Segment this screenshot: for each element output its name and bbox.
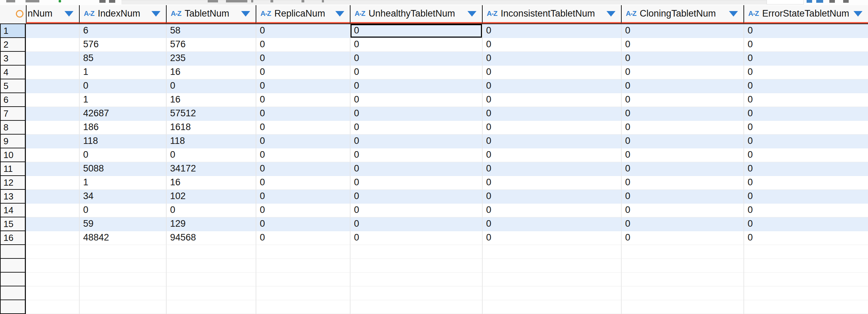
- row-number-cell[interactable]: 10: [0, 148, 26, 162]
- data-cell[interactable]: 0: [743, 52, 868, 66]
- data-cell[interactable]: 0: [482, 93, 621, 107]
- data-cell[interactable]: 0: [166, 204, 256, 217]
- data-cell[interactable]: 0: [350, 162, 482, 176]
- data-cell[interactable]: 0: [743, 38, 868, 52]
- data-cell[interactable]: [256, 273, 350, 286]
- sort-dropdown-arrow-icon[interactable]: [65, 11, 73, 17]
- data-cell[interactable]: [621, 245, 743, 259]
- column-header-ReplicaNum[interactable]: A-ZReplicaNum: [256, 5, 350, 23]
- data-cell[interactable]: 94568: [166, 231, 256, 245]
- data-cell[interactable]: 0: [743, 190, 868, 204]
- data-cell[interactable]: 0: [350, 52, 482, 66]
- data-cell[interactable]: 0: [256, 231, 350, 245]
- row-number-cell[interactable]: 8: [0, 121, 26, 135]
- data-cell[interactable]: 0: [743, 135, 868, 148]
- data-cell[interactable]: 0: [621, 52, 743, 66]
- data-cell[interactable]: 0: [350, 121, 482, 135]
- data-cell[interactable]: [482, 245, 621, 259]
- data-cell[interactable]: 0: [350, 176, 482, 190]
- data-cell[interactable]: [26, 190, 79, 204]
- data-cell[interactable]: 0: [743, 231, 868, 245]
- data-cell[interactable]: [26, 79, 79, 93]
- data-cell[interactable]: [256, 245, 350, 259]
- data-cell[interactable]: 0: [482, 121, 621, 135]
- data-cell[interactable]: [26, 245, 79, 259]
- data-cell[interactable]: 34: [79, 190, 166, 204]
- data-cell[interactable]: [79, 273, 166, 286]
- data-cell[interactable]: 0: [256, 204, 350, 217]
- data-cell[interactable]: 0: [256, 121, 350, 135]
- data-cell[interactable]: 34172: [166, 162, 256, 176]
- data-cell[interactable]: [26, 38, 79, 52]
- data-cell[interactable]: 0: [256, 190, 350, 204]
- row-number-cell[interactable]: [0, 300, 26, 314]
- data-cell[interactable]: 0: [79, 79, 166, 93]
- data-cell[interactable]: [350, 273, 482, 286]
- data-cell[interactable]: [350, 286, 482, 300]
- row-number-cell[interactable]: 6: [0, 93, 26, 107]
- data-cell[interactable]: 0: [482, 162, 621, 176]
- data-cell[interactable]: 118: [166, 135, 256, 148]
- data-cell[interactable]: [482, 273, 621, 286]
- data-cell[interactable]: [79, 259, 166, 273]
- data-cell[interactable]: 16: [166, 66, 256, 79]
- data-cell[interactable]: [166, 245, 256, 259]
- data-cell[interactable]: 0: [256, 217, 350, 231]
- data-cell[interactable]: 1: [79, 66, 166, 79]
- data-cell[interactable]: [79, 245, 166, 259]
- data-cell[interactable]: 0: [350, 38, 482, 52]
- data-cell[interactable]: 0: [743, 162, 868, 176]
- data-cell[interactable]: 0: [621, 93, 743, 107]
- data-cell[interactable]: 0: [621, 79, 743, 93]
- row-number-cell[interactable]: 3: [0, 52, 26, 66]
- data-cell[interactable]: 0: [350, 190, 482, 204]
- data-cell[interactable]: 0: [743, 79, 868, 93]
- row-number-cell[interactable]: [0, 286, 26, 300]
- data-cell[interactable]: 0: [482, 135, 621, 148]
- data-cell[interactable]: 0: [743, 204, 868, 217]
- data-cell[interactable]: 6: [79, 24, 166, 38]
- data-cell[interactable]: 0: [256, 52, 350, 66]
- data-cell[interactable]: 0: [350, 93, 482, 107]
- data-cell[interactable]: 0: [482, 231, 621, 245]
- data-cell[interactable]: [79, 286, 166, 300]
- data-cell[interactable]: [256, 286, 350, 300]
- row-number-cell[interactable]: 15: [0, 217, 26, 231]
- data-cell[interactable]: [26, 148, 79, 162]
- data-cell[interactable]: 0: [621, 38, 743, 52]
- data-cell[interactable]: 0: [350, 148, 482, 162]
- data-cell[interactable]: 0: [621, 135, 743, 148]
- data-cell[interactable]: [482, 286, 621, 300]
- sort-dropdown-arrow-icon[interactable]: [335, 11, 344, 17]
- data-cell[interactable]: 59: [79, 217, 166, 231]
- sort-dropdown-arrow-icon[interactable]: [241, 11, 250, 17]
- data-cell[interactable]: [26, 66, 79, 79]
- data-cell[interactable]: 0: [743, 121, 868, 135]
- data-cell[interactable]: [743, 259, 868, 273]
- data-cell[interactable]: 0: [621, 231, 743, 245]
- data-cell[interactable]: 129: [166, 217, 256, 231]
- row-number-cell[interactable]: 2: [0, 38, 26, 52]
- data-cell[interactable]: 0: [350, 66, 482, 79]
- data-cell[interactable]: 0: [482, 190, 621, 204]
- sort-dropdown-arrow-icon[interactable]: [151, 11, 160, 17]
- data-cell[interactable]: 1618: [166, 121, 256, 135]
- data-cell[interactable]: 0: [350, 107, 482, 121]
- row-number-cell[interactable]: [0, 259, 26, 273]
- data-cell[interactable]: [256, 259, 350, 273]
- data-cell[interactable]: 0: [256, 148, 350, 162]
- data-cell[interactable]: 576: [166, 38, 256, 52]
- data-cell[interactable]: 0: [482, 66, 621, 79]
- data-cell[interactable]: 0: [621, 107, 743, 121]
- sort-dropdown-arrow-icon[interactable]: [854, 11, 862, 17]
- data-cell[interactable]: 235: [166, 52, 256, 66]
- data-cell[interactable]: [79, 300, 166, 314]
- data-cell[interactable]: 0: [256, 107, 350, 121]
- data-cell[interactable]: [743, 273, 868, 286]
- row-number-cell[interactable]: 9: [0, 135, 26, 148]
- data-cell[interactable]: [26, 273, 79, 286]
- data-cell[interactable]: [743, 245, 868, 259]
- data-cell[interactable]: 48842: [79, 231, 166, 245]
- data-cell[interactable]: 0: [621, 162, 743, 176]
- data-cell[interactable]: 0: [482, 176, 621, 190]
